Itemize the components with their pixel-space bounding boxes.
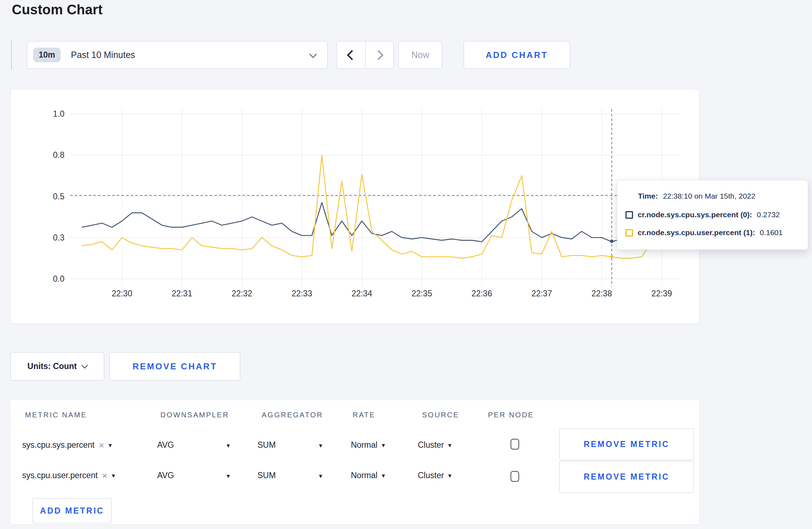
caret-down-icon: ▾: [382, 472, 385, 479]
tooltip-time-value: 22:38:10 on Mar 15th, 2022: [663, 192, 755, 200]
col-header-metric-name: METRIC NAME: [25, 411, 87, 419]
rate-select[interactable]: Normal ▾: [351, 471, 385, 480]
units-dropdown[interactable]: Units: Count: [10, 352, 104, 380]
time-pager: [337, 41, 394, 69]
timeseries-chart[interactable]: 22:3022:3122:3222:3322:3422:3522:3622:37…: [11, 89, 700, 324]
caret-down-icon: ▾: [108, 442, 112, 448]
clear-metric-x-icon[interactable]: ×: [99, 441, 104, 450]
svg-text:22:30: 22:30: [112, 289, 132, 298]
page-title: Custom Chart: [12, 2, 103, 18]
tooltip-series-label: cr.node.sys.cpu.sys.percent (0):: [638, 210, 752, 219]
remove-chart-label: REMOVE CHART: [132, 361, 217, 372]
rate-value: Normal: [351, 440, 377, 450]
rate-select[interactable]: Normal ▾: [351, 440, 385, 450]
caret-down-icon: ▾: [448, 442, 451, 448]
caret-down-icon[interactable]: ▾: [319, 473, 322, 479]
add-chart-button[interactable]: ADD CHART: [464, 41, 570, 69]
caret-down-icon[interactable]: ▾: [227, 473, 230, 479]
tooltip-series-row: cr.node.sys.cpu.sys.percent (0): 0.2732: [625, 210, 780, 219]
caret-down-icon: ▾: [112, 472, 115, 479]
source-value: Cluster: [418, 440, 444, 450]
svg-text:22:32: 22:32: [232, 289, 252, 298]
per-node-checkbox[interactable]: [511, 471, 519, 482]
add-chart-label: ADD CHART: [485, 50, 548, 60]
tooltip-time-row: Time:22:38:10 on Mar 15th, 2022: [638, 192, 755, 200]
time-window-dropdown[interactable]: 10m Past 10 Minutes: [27, 41, 328, 69]
svg-text:1.0: 1.0: [53, 109, 64, 118]
svg-text:22:33: 22:33: [291, 289, 312, 298]
source-select[interactable]: Cluster ▾: [418, 471, 451, 480]
remove-chart-button[interactable]: REMOVE CHART: [110, 352, 240, 380]
chart-tooltip: Time:22:38:10 on Mar 15th, 2022 cr.node.…: [617, 180, 808, 250]
remove-metric-button[interactable]: REMOVE METRIC: [559, 461, 694, 493]
svg-text:22:34: 22:34: [352, 289, 372, 298]
now-button[interactable]: Now: [398, 41, 442, 69]
svg-text:0.8: 0.8: [53, 150, 64, 160]
svg-text:22:39: 22:39: [651, 289, 672, 298]
aggregator-select[interactable]: SUM: [257, 440, 276, 450]
downsampler-value: AVG: [157, 440, 174, 450]
remove-metric-label: REMOVE METRIC: [584, 472, 670, 482]
prev-time-button[interactable]: [337, 42, 365, 68]
source-select[interactable]: Cluster ▾: [418, 440, 451, 450]
chevron-down-icon: [82, 362, 88, 368]
metric-name-dropdown[interactable]: sys.cpu.sys.percent × ▾: [22, 440, 112, 450]
aggregator-value: SUM: [257, 471, 276, 480]
svg-text:0.5: 0.5: [53, 192, 64, 201]
col-header-per-node: PER NODE: [488, 411, 534, 419]
caret-down-icon: ▾: [382, 442, 385, 448]
svg-text:22:37: 22:37: [531, 289, 552, 298]
svg-text:22:36: 22:36: [472, 289, 492, 298]
col-header-source: SOURCE: [422, 411, 459, 419]
svg-text:0.0: 0.0: [53, 274, 64, 283]
toolbar-divider: [11, 40, 12, 69]
svg-text:22:35: 22:35: [411, 289, 432, 298]
add-metric-button[interactable]: ADD METRIC: [33, 498, 112, 523]
time-window-label: Past 10 Minutes: [71, 50, 135, 60]
downsampler-select[interactable]: AVG: [157, 440, 174, 450]
clear-metric-x-icon[interactable]: ×: [102, 471, 107, 480]
source-value: Cluster: [418, 471, 444, 480]
per-node-checkbox[interactable]: [511, 439, 519, 450]
metric-name-value: sys.cpu.user.percent: [22, 471, 98, 480]
aggregator-select[interactable]: SUM: [257, 471, 276, 480]
col-header-rate: RATE: [353, 411, 376, 419]
remove-metric-button[interactable]: REMOVE METRIC: [559, 428, 694, 460]
tooltip-series-value: 0.1601: [760, 228, 783, 237]
svg-text:0.3: 0.3: [53, 233, 64, 242]
caret-down-icon[interactable]: ▾: [319, 442, 322, 449]
aggregator-value: SUM: [257, 440, 276, 450]
timeseries-chart-card: 22:3022:3122:3222:3322:3422:3522:3622:37…: [10, 89, 699, 324]
time-window-badge: 10m: [33, 48, 61, 62]
downsampler-select[interactable]: AVG: [157, 471, 174, 480]
sys-series-swatch-icon: [625, 211, 633, 219]
caret-down-icon[interactable]: ▾: [227, 442, 230, 449]
tooltip-series-label: cr.node.sys.cpu.user.percent (1):: [638, 228, 755, 237]
remove-metric-label: REMOVE METRIC: [584, 440, 670, 449]
metric-name-dropdown[interactable]: sys.cpu.user.percent × ▾: [22, 471, 115, 480]
next-time-button[interactable]: [365, 42, 394, 68]
custom-chart-page: Custom Chart 10m Past 10 Minutes Now ADD…: [0, 0, 812, 529]
metric-name-value: sys.cpu.sys.percent: [22, 440, 95, 450]
col-header-downsampler: DOWNSAMPLER: [160, 411, 229, 419]
svg-text:22:38: 22:38: [591, 289, 612, 298]
rate-value: Normal: [351, 471, 377, 480]
chevron-down-icon: [309, 50, 317, 58]
units-label: Units: Count: [28, 361, 77, 371]
add-metric-label: ADD METRIC: [40, 506, 104, 516]
user-series-swatch-icon: [625, 229, 633, 237]
tooltip-series-row: cr.node.sys.cpu.user.percent (1): 0.1601: [625, 228, 783, 237]
col-header-aggregator: AGGREGATOR: [262, 411, 323, 419]
tooltip-series-value: 0.2732: [757, 210, 780, 219]
svg-text:22:31: 22:31: [171, 289, 192, 298]
tooltip-time-label: Time:: [638, 192, 658, 200]
caret-down-icon: ▾: [448, 472, 451, 479]
chevron-right-icon: [373, 50, 383, 60]
chevron-left-icon: [347, 50, 357, 60]
downsampler-value: AVG: [157, 471, 174, 480]
